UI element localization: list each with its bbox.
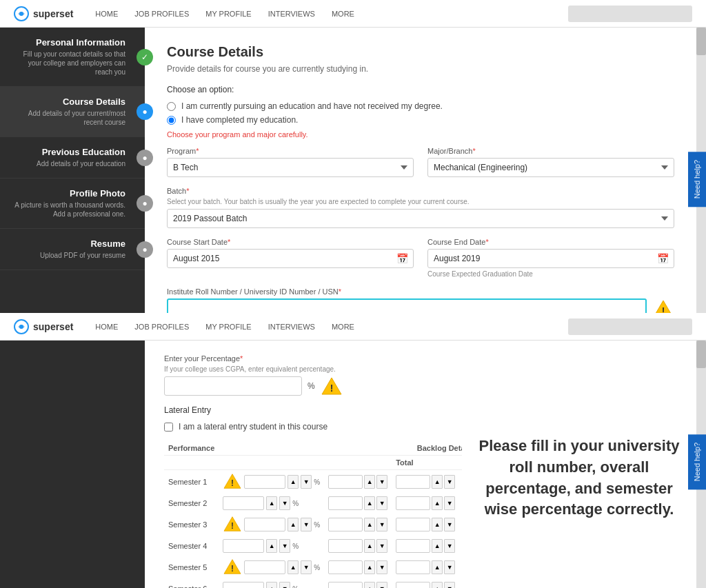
total-spin-down[interactable]: ▼	[376, 496, 387, 510]
semester-perf-input[interactable]	[223, 539, 264, 553]
spin-up[interactable]: ▲	[266, 496, 277, 510]
scrollbar-thumb-bottom[interactable]	[696, 341, 706, 368]
radio-completed[interactable]	[167, 116, 176, 125]
ongoing-spin-up[interactable]: ▲	[432, 518, 443, 531]
major-select[interactable]: Mechanical (Engineering)	[427, 158, 674, 177]
ongoing-spin-down[interactable]: ▼	[444, 475, 455, 489]
brand-logo[interactable]: superset	[14, 6, 73, 21]
semester-perf-input[interactable]	[223, 582, 264, 588]
program-select[interactable]: B Tech	[167, 158, 414, 177]
backlog-ongoing-cell: ▲▼	[392, 470, 459, 494]
semester-warning-icon: !	[223, 473, 242, 491]
total-spin-down[interactable]: ▼	[376, 475, 387, 489]
ongoing-spin-up[interactable]: ▲	[432, 582, 443, 588]
backlog-total-input[interactable]	[328, 539, 363, 553]
spin-up[interactable]: ▲	[266, 539, 277, 553]
radio-option-1[interactable]: I am currently pursuing an education and…	[167, 101, 674, 111]
backlog-total-input[interactable]	[328, 496, 363, 510]
need-help-top[interactable]: Need help?	[688, 152, 706, 207]
spin-down[interactable]: ▼	[301, 560, 312, 574]
search-bar-bottom[interactable]	[568, 318, 692, 335]
total-col-header: Total	[392, 456, 459, 470]
sidebar-item-personal-information[interactable]: Personal Information Fill up your contac…	[0, 28, 145, 87]
sidebar-item-resume[interactable]: Resume Upload PDF of your resume ●	[0, 229, 145, 270]
ongoing-spin-down[interactable]: ▼	[444, 539, 455, 553]
nav-more-bottom[interactable]: MORE	[330, 323, 356, 331]
nav-my-profile[interactable]: MY PROFILE	[204, 10, 252, 18]
backlog-ongoing-input[interactable]	[396, 560, 430, 574]
ongoing-spin-up[interactable]: ▲	[432, 560, 443, 574]
nav-job-profiles-bottom[interactable]: JOB PROFILES	[133, 323, 190, 331]
overlay-text: Please fill in your university roll numb…	[476, 436, 683, 520]
spin-up[interactable]: ▲	[266, 582, 277, 588]
total-spin-up[interactable]: ▲	[364, 496, 375, 510]
backlog-ongoing-input[interactable]	[396, 539, 430, 553]
brand-logo-bottom[interactable]: superset	[14, 319, 73, 334]
percentage-input[interactable]	[164, 376, 302, 396]
backlog-total-input[interactable]	[328, 560, 363, 574]
univ-id-input[interactable]	[167, 298, 647, 313]
total-spin-up[interactable]: ▲	[364, 582, 375, 588]
nav-interviews[interactable]: INTERVIEWS	[267, 10, 316, 18]
spin-down[interactable]: ▼	[301, 475, 312, 489]
ongoing-spin-up[interactable]: ▲	[432, 496, 443, 510]
nav-home-bottom[interactable]: HOME	[94, 323, 119, 331]
backlog-ongoing-input[interactable]	[396, 518, 430, 531]
sidebar-icon-course: ●	[137, 103, 153, 120]
backlog-total-input[interactable]	[328, 582, 363, 588]
nav-home[interactable]: HOME	[94, 10, 119, 18]
ongoing-spin-up[interactable]: ▲	[432, 539, 443, 553]
dates-row: Course Start Date* 📅 Course End Date* 📅 …	[167, 238, 674, 278]
ongoing-spin-up[interactable]: ▲	[432, 475, 443, 489]
semester-perf-input[interactable]	[223, 496, 264, 510]
nav-job-profiles[interactable]: JOB PROFILES	[133, 10, 190, 18]
ongoing-spin-down[interactable]: ▼	[444, 496, 455, 510]
ongoing-spin-down[interactable]: ▼	[444, 560, 455, 574]
scrollbar-thumb-top[interactable]	[696, 28, 706, 55]
backlog-ongoing-input[interactable]	[396, 496, 430, 510]
need-help-bottom[interactable]: Need help?	[688, 434, 706, 489]
semester-perf-input[interactable]	[244, 518, 285, 531]
radio-option-2[interactable]: I have completed my education.	[167, 115, 674, 125]
sidebar-item-previous-education[interactable]: Previous Education Add details of your e…	[0, 137, 145, 179]
lateral-entry-checkbox-row[interactable]: I am a lateral entry student in this cou…	[164, 422, 443, 432]
end-date-input[interactable]	[427, 249, 674, 268]
nav-links-bottom: HOME JOB PROFILES MY PROFILE INTERVIEWS …	[94, 323, 568, 331]
sidebar-item-course-details[interactable]: Course Details Add details of your curre…	[0, 87, 145, 137]
nav-interviews-bottom[interactable]: INTERVIEWS	[267, 323, 316, 331]
spin-down[interactable]: ▼	[279, 582, 290, 588]
total-spin-up[interactable]: ▲	[364, 560, 375, 574]
total-spin-up[interactable]: ▲	[364, 475, 375, 489]
batch-select[interactable]: 2019 Passout Batch	[167, 209, 674, 228]
total-spin-down[interactable]: ▼	[376, 539, 387, 553]
ongoing-spin-down[interactable]: ▼	[444, 582, 455, 588]
lateral-entry-checkbox[interactable]	[164, 423, 173, 432]
backlog-total-input[interactable]	[328, 518, 363, 531]
page-title: Course Details	[167, 44, 674, 60]
sidebar-item-profile-photo[interactable]: Profile Photo A picture is worth a thous…	[0, 179, 145, 229]
search-bar[interactable]	[568, 6, 692, 22]
total-spin-up[interactable]: ▲	[364, 518, 375, 531]
semester-perf-input[interactable]	[244, 475, 285, 489]
total-spin-down[interactable]: ▼	[376, 560, 387, 574]
bottom-sidebar	[0, 341, 145, 588]
nav-my-profile-bottom[interactable]: MY PROFILE	[204, 323, 252, 331]
spin-down[interactable]: ▼	[301, 518, 312, 531]
start-date-input[interactable]	[167, 249, 414, 268]
spin-down[interactable]: ▼	[279, 539, 290, 553]
ongoing-spin-down[interactable]: ▼	[444, 518, 455, 531]
backlog-ongoing-input[interactable]	[396, 582, 430, 588]
radio-pursuing[interactable]	[167, 102, 176, 111]
backlog-total-input[interactable]	[328, 475, 363, 489]
spin-up[interactable]: ▲	[288, 475, 299, 489]
total-spin-down[interactable]: ▼	[376, 518, 387, 531]
spin-up[interactable]: ▲	[288, 518, 299, 531]
semester-perf-input[interactable]	[244, 560, 285, 574]
spin-down[interactable]: ▼	[279, 496, 290, 510]
spin-up[interactable]: ▲	[288, 560, 299, 574]
backlog-ongoing-input[interactable]	[396, 475, 430, 489]
lateral-entry-label: Lateral Entry	[164, 405, 443, 415]
total-spin-down[interactable]: ▼	[376, 582, 387, 588]
total-spin-up[interactable]: ▲	[364, 539, 375, 553]
nav-more[interactable]: MORE	[330, 10, 356, 18]
